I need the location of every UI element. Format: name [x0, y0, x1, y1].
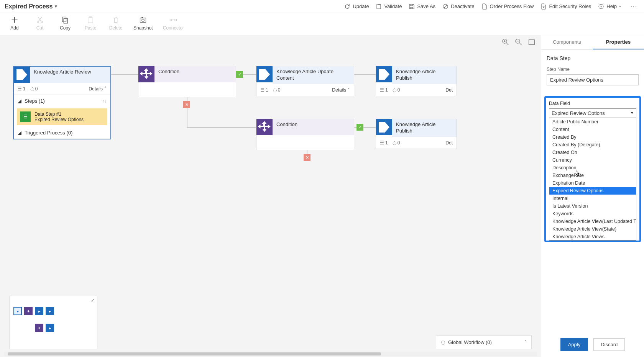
page-title-text: Expired Process	[5, 3, 53, 10]
dropdown-option[interactable]: Currency	[549, 156, 636, 164]
details-toggle[interactable]: Details ˅	[332, 87, 350, 93]
deactivate-icon	[442, 3, 449, 10]
svg-line-3	[444, 5, 447, 8]
snapshot-button[interactable]: Snapshot	[133, 16, 153, 32]
chevron-down-icon: ˅	[348, 87, 350, 93]
stage-title: Knowledge Article Update Content	[273, 66, 354, 84]
add-button[interactable]: Add	[7, 16, 22, 32]
dropdown-option[interactable]: Created By (Delegate)	[549, 141, 636, 149]
update-button[interactable]: Update	[344, 3, 369, 10]
steps-count-icon: ☰ 1	[380, 140, 388, 146]
dropdown-option[interactable]: Knowledge Article View(State)	[549, 225, 636, 233]
trash-icon	[112, 16, 120, 24]
mm-condition: ✦	[35, 324, 43, 332]
steps-count-icon: ☰ 1	[18, 86, 26, 92]
tab-properties[interactable]: Properties	[593, 35, 644, 49]
data-field-select[interactable]: Expired Review Options	[549, 108, 636, 118]
validate-button[interactable]: Validate	[376, 3, 402, 10]
chevron-up-icon[interactable]: ˄	[524, 339, 527, 345]
svg-rect-10	[64, 18, 67, 23]
dropdown-option[interactable]: ExchangeRate	[549, 172, 636, 179]
triangle-icon: ◢	[18, 130, 21, 136]
stage-icon	[376, 66, 392, 82]
dropdown-option[interactable]: Keywords	[549, 210, 636, 218]
dropdown-option[interactable]: Is Latest Version	[549, 202, 636, 210]
steps-section[interactable]: ◢ Steps (1) ↑↓	[14, 95, 110, 107]
svg-rect-26	[529, 40, 535, 45]
workflow-icon: ◌	[441, 339, 445, 345]
details-toggle[interactable]: Det	[445, 87, 453, 93]
details-toggle[interactable]: Details ˄	[89, 86, 107, 92]
more-button[interactable]: ⋯	[628, 2, 639, 11]
copy-button[interactable]: Copy	[58, 16, 73, 32]
branch-count-icon: ◌ 0	[273, 87, 281, 93]
svg-rect-11	[88, 17, 93, 23]
data-step-row[interactable]: ☰ Data Step #1 Expired Review Options	[17, 108, 107, 125]
branch-count-icon: ◌ 0	[30, 86, 38, 92]
branch-count-icon: ◌ 0	[393, 140, 400, 146]
zoom-in-button[interactable]	[502, 38, 509, 46]
minimap[interactable]: ⤢ ▸ ✦ ▸ ▸ ✦ ▸	[9, 296, 97, 349]
stage-condition-1[interactable]: Condition	[138, 66, 236, 97]
dropdown-option[interactable]: Created On	[549, 149, 636, 156]
stage-publish-1[interactable]: Knowledge Article Publish ☰ 1 ◌ 0 Det	[376, 66, 457, 96]
triangle-icon: ◢	[18, 98, 21, 104]
details-toggle[interactable]: Det	[445, 140, 453, 146]
stage-update-content[interactable]: Knowledge Article Update Content ☰ 1 ◌ 0…	[256, 66, 354, 96]
mm-stage: ▸	[46, 324, 54, 332]
stage-title: Knowledge Article Publish	[392, 66, 457, 84]
chevron-down-icon: ▾	[619, 4, 621, 8]
svg-rect-0	[377, 4, 381, 9]
global-workflow-panel[interactable]: ◌ Global Workflow (0) ˄	[436, 335, 532, 349]
dropdown-option[interactable]: Content	[549, 126, 636, 133]
edit-security-button[interactable]: Edit Security Roles	[540, 3, 591, 10]
connector-button: Connector	[163, 16, 184, 32]
save-as-button[interactable]: Save As	[409, 3, 435, 10]
camera-icon	[139, 16, 147, 24]
stage-knowledge-article-review[interactable]: Knowledge Article Review ☰ 1 ◌ 0 Details…	[13, 66, 111, 139]
svg-rect-1	[378, 4, 380, 5]
dropdown-option[interactable]: Knowledge Article Views	[549, 233, 636, 241]
zoom-out-button[interactable]	[515, 38, 522, 46]
expand-icon[interactable]: ⤢	[91, 298, 95, 303]
stage-title: Knowledge Article Publish	[392, 119, 457, 137]
horizontal-scrollbar[interactable]	[4, 352, 537, 356]
move-arrows-icon[interactable]: ↑↓	[102, 98, 107, 104]
dropdown-option[interactable]: Article Public Number	[549, 118, 636, 126]
svg-line-24	[520, 43, 522, 45]
branch-no-icon: ✕	[183, 101, 190, 108]
dropdown-option[interactable]: Expiration Date	[549, 179, 636, 187]
page-title[interactable]: Expired Process ▾	[5, 3, 57, 10]
svg-rect-9	[62, 17, 66, 22]
svg-text:?: ?	[600, 5, 602, 8]
clipboard-icon	[376, 3, 382, 10]
cut-button: Cut	[32, 16, 48, 32]
deactivate-button[interactable]: Deactivate	[442, 3, 474, 10]
dropdown-option[interactable]: Created By	[549, 133, 636, 141]
copy-icon	[61, 16, 69, 24]
tab-components[interactable]: Components	[541, 35, 593, 49]
stage-publish-2[interactable]: Knowledge Article Publish ☰ 1 ◌ 0 Det	[376, 119, 457, 149]
condition-icon	[256, 119, 273, 135]
mm-stage: ▸	[46, 307, 54, 315]
dropdown-option[interactable]: Internal	[549, 195, 636, 202]
stage-condition-2[interactable]: Condition	[256, 119, 354, 150]
fit-button[interactable]	[528, 38, 536, 46]
order-process-button[interactable]: Order Process Flow	[481, 3, 534, 10]
apply-button[interactable]: Apply	[560, 338, 588, 351]
dropdown-option[interactable]: Knowledge Article View(Last Updated Time…	[549, 218, 636, 225]
dropdown-option[interactable]: Expired Review Options	[549, 187, 636, 195]
discard-button[interactable]: Discard	[593, 338, 625, 351]
process-canvas[interactable]: ✓ ✕ ✓ ✕ Knowledge Article Review ☰ 1 ◌ 0…	[0, 35, 541, 357]
security-icon	[540, 3, 547, 10]
dropdown-option[interactable]: Description	[549, 164, 636, 172]
chevron-up-icon: ˄	[104, 86, 107, 92]
triggered-section[interactable]: ◢ Triggered Process (0)	[14, 127, 110, 139]
help-icon: ?	[598, 3, 604, 10]
stage-title: Condition	[154, 66, 236, 82]
data-field-dropdown[interactable]: Article Public NumberContentCreated ByCr…	[549, 118, 636, 241]
svg-point-16	[170, 19, 172, 21]
step-name-input[interactable]	[547, 74, 639, 85]
help-button[interactable]: ? Help ▾	[598, 3, 621, 10]
branch-yes-icon: ✓	[356, 124, 363, 131]
